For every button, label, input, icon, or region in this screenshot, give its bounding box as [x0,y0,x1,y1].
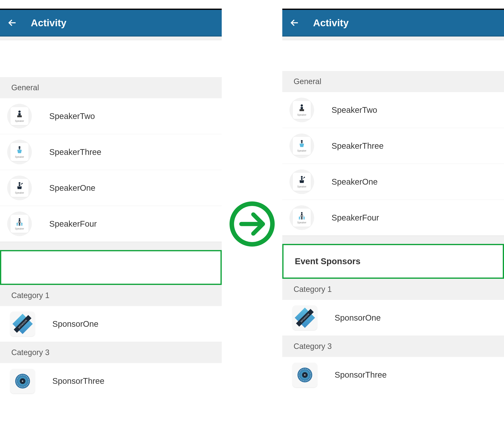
back-button[interactable] [6,17,18,29]
item-label: SpeakerOne [49,183,95,193]
svg-point-31 [299,217,300,218]
screen-before: Activity General Speaker SpeakerTwo Spea… [0,9,222,439]
svg-rect-34 [299,218,300,220]
list-item-speaker[interactable]: Speaker SpeakerThree [282,128,504,164]
svg-rect-36 [303,218,305,220]
spacer [282,40,504,71]
speaker-mic-icon: Speaker [293,173,311,191]
arrow-left-icon [7,18,17,28]
app-header: Activity [282,10,504,36]
item-label: SpeakerOne [332,177,378,187]
spacer [0,40,222,77]
svg-point-9 [19,218,20,220]
svg-point-13 [19,223,20,224]
svg-rect-10 [19,220,20,221]
avatar: Speaker [289,170,314,194]
sponsor-diamond-icon: SPONSOR [298,310,312,325]
svg-point-20 [301,104,303,107]
section-gap [282,236,504,244]
page-title: Activity [31,17,66,29]
svg-point-4 [18,146,20,148]
category-header-3: Category 3 [0,342,222,363]
avatar: Speaker [289,134,314,158]
svg-point-5 [18,182,20,184]
svg-rect-30 [300,215,304,217]
list-item-sponsor[interactable]: ✦ SponsorThree [282,357,504,393]
svg-point-28 [301,212,302,214]
category-header-general: General [282,71,504,92]
item-label: SponsorThree [335,370,387,379]
svg-rect-35 [301,218,302,220]
item-label: SpeakerThree [332,141,383,151]
svg-rect-16 [19,224,20,226]
spacer [0,36,222,40]
arrow-left-icon [290,18,300,28]
svg-point-24 [301,176,303,178]
svg-rect-21 [301,107,303,109]
svg-rect-11 [18,222,21,223]
svg-rect-22 [300,109,304,111]
list-item-speaker[interactable]: Speaker SpeakerOne [282,164,504,200]
speaker-group-icon: Speaker [293,209,311,227]
svg-point-33 [303,217,305,218]
section-title: Event Sponsors [295,257,360,266]
svg-point-12 [17,223,18,224]
speaker-podium-icon: Speaker [293,101,311,119]
item-label: SpeakerFour [49,219,97,228]
item-label: SponsorOne [52,319,99,329]
list-item-speaker[interactable]: Speaker SpeakerFour [282,200,504,236]
avatar: Speaker [7,140,32,164]
item-label: SpeakerFour [332,213,379,222]
svg-point-32 [301,217,302,218]
list-item-sponsor[interactable]: ✦ SponsorThree [0,363,222,399]
item-label: SpeakerThree [49,148,101,157]
svg-point-8 [21,183,23,184]
spacer [282,36,504,40]
category-header-1: Category 1 [0,285,222,306]
list-item-speaker[interactable]: Speaker SpeakerTwo [282,92,504,128]
avatar: Speaker [289,98,314,122]
speaker-lectern-icon: Speaker [293,137,311,155]
list-item-speaker[interactable]: Speaker SpeakerTwo [0,98,222,134]
list-item-sponsor[interactable]: SPONSOR SponsorOne [282,300,504,336]
sponsor-seal-icon: ✦ [15,374,30,389]
avatar: Speaker [7,104,32,128]
arrow-right-circle-icon [230,201,275,247]
svg-rect-3 [17,116,22,117]
item-label: SpeakerTwo [332,105,377,115]
avatar: Speaker [7,211,32,236]
list-item-speaker[interactable]: Speaker SpeakerFour [0,206,222,242]
back-button[interactable] [288,17,301,29]
item-label: SponsorOne [335,313,381,323]
sponsor-diamond-icon: SPONSOR [15,317,30,331]
speaker-lectern-icon: Speaker [10,143,29,161]
section-title-highlight: Event Sponsors [282,244,504,279]
avatar: Speaker [289,205,314,230]
list-item-speaker[interactable]: Speaker SpeakerThree [0,134,222,170]
svg-rect-29 [301,214,302,215]
svg-rect-2 [18,113,21,116]
app-header: Activity [0,10,222,36]
item-label: SpeakerTwo [49,112,95,121]
section-title-highlight [0,250,222,285]
section-gap [0,242,222,250]
svg-point-27 [304,177,305,178]
list-item-speaker[interactable]: Speaker SpeakerOne [0,170,222,206]
category-header-1: Category 1 [282,279,504,300]
speaker-group-icon: Speaker [10,215,29,233]
avatar: SPONSOR [10,311,35,336]
page-title: Activity [313,17,349,29]
sponsor-seal-icon: ✦ [297,368,312,382]
svg-rect-6 [19,184,20,186]
item-label: SponsorThree [52,376,104,386]
svg-rect-17 [21,224,22,226]
svg-rect-25 [301,178,302,180]
screen-after: Activity General Speaker SpeakerTwo Spea… [282,9,504,439]
svg-point-1 [18,111,21,113]
svg-rect-15 [17,224,18,226]
svg-point-14 [21,223,22,224]
list-item-sponsor[interactable]: SPONSOR SponsorOne [0,306,222,342]
speaker-podium-icon: Speaker [10,107,29,125]
svg-point-23 [301,140,303,142]
avatar: Speaker [7,176,32,200]
